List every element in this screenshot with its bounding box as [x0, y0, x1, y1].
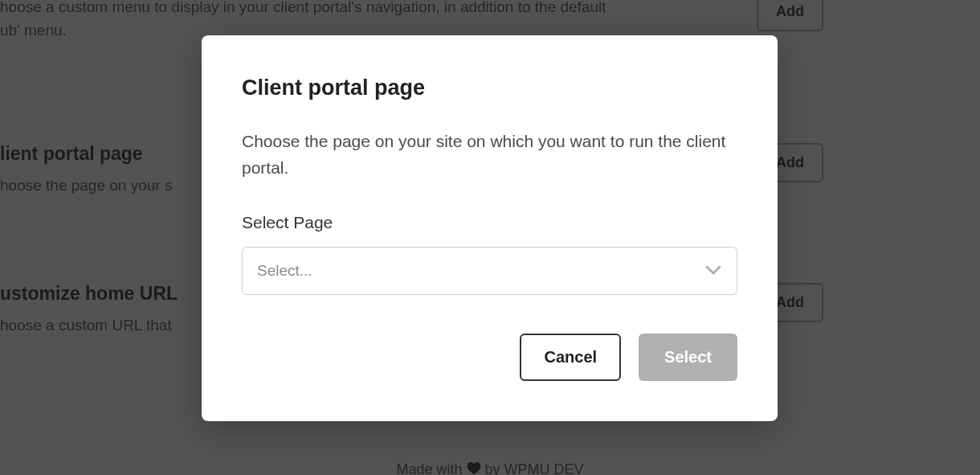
select-button[interactable]: Select [639, 334, 737, 381]
client-portal-page-modal: Client portal page Choose the page on yo… [202, 35, 778, 421]
select-page-wrapper: Select... [242, 247, 737, 295]
cancel-button[interactable]: Cancel [520, 334, 621, 381]
select-page-dropdown[interactable]: Select... [242, 247, 737, 295]
modal-title: Client portal page [242, 76, 737, 100]
modal-description: Choose the page on your site on which yo… [242, 129, 737, 181]
modal-actions: Cancel Select [242, 334, 737, 381]
select-page-label: Select Page [242, 213, 737, 232]
